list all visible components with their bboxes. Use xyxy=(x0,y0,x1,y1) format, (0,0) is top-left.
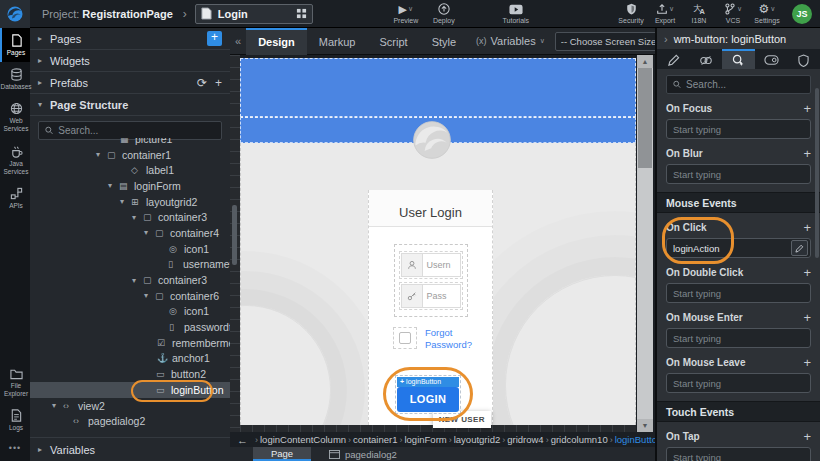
canvas-mode-tab[interactable]: Style xyxy=(420,28,468,55)
add-icon[interactable]: + xyxy=(803,355,811,370)
tab-markup[interactable] xyxy=(657,49,690,69)
variables-button[interactable]: (x) Variables ∨ xyxy=(476,35,545,47)
app-logo[interactable] xyxy=(0,0,30,28)
rail-item-logs[interactable]: Logs xyxy=(0,403,30,437)
event-input[interactable] xyxy=(673,333,808,344)
structure-search-input[interactable] xyxy=(58,125,215,136)
login-card[interactable]: User Login Usern xyxy=(368,190,493,425)
tree-item[interactable]: ▾ ‹› view2 xyxy=(30,398,230,414)
forgot-password-link[interactable]: Forgot Password? xyxy=(425,327,471,351)
username-input[interactable]: Usern xyxy=(423,253,461,277)
event-input-box[interactable] xyxy=(666,119,811,139)
tree-item[interactable]: ▾ ⊞ layoutgrid2 xyxy=(30,194,230,210)
section-prefabs[interactable]: ▸ Prefabs ⟳ + xyxy=(30,72,230,94)
rail-item-apis[interactable]: APIs xyxy=(0,181,30,215)
tutorials-button[interactable]: Tutorials xyxy=(501,3,531,24)
tree-item[interactable]: ▾ ▢ container1 xyxy=(30,147,230,163)
rail-item-java-services[interactable]: Java Services xyxy=(0,139,30,181)
password-row[interactable]: Pass xyxy=(399,282,463,310)
event-input-box[interactable] xyxy=(666,238,811,258)
add-icon[interactable]: + xyxy=(803,220,811,235)
tree-item[interactable]: ▾ ☑ remembermecheck xyxy=(30,335,230,351)
event-input[interactable] xyxy=(673,124,808,135)
tree-item[interactable]: ▾ ▢ container3 xyxy=(30,209,230,225)
password-input[interactable]: Pass xyxy=(423,284,461,308)
events-search-input[interactable] xyxy=(686,79,804,90)
edit-icon[interactable] xyxy=(791,240,808,256)
refresh-icon[interactable]: ⟳ xyxy=(197,76,207,90)
tab-events[interactable] xyxy=(722,49,755,69)
section-page-structure[interactable]: ▾ Page Structure xyxy=(30,94,230,116)
breadcrumb-item[interactable]: gridrow4 xyxy=(507,434,543,445)
user-avatar[interactable]: JS xyxy=(792,4,812,24)
event-input-box[interactable] xyxy=(666,164,811,184)
rail-item-pages[interactable]: Pages xyxy=(0,28,30,62)
chevron-down-icon[interactable]: ▾ xyxy=(132,213,143,222)
tree-item[interactable]: ▾ ▦ picture1 xyxy=(30,138,230,147)
tree-item[interactable]: ▾ ▢ container6 xyxy=(30,288,230,304)
chevron-down-icon[interactable]: ▾ xyxy=(132,276,143,285)
tree-item[interactable]: ▾ ▯ passwordtext xyxy=(30,319,230,335)
chevron-down-icon[interactable]: ▾ xyxy=(120,197,131,206)
page-preview[interactable]: User Login Usern xyxy=(240,58,636,425)
tab-page[interactable]: Page xyxy=(253,447,311,461)
tab-security[interactable] xyxy=(787,49,820,69)
login-button[interactable]: LOGIN xyxy=(397,387,459,412)
tree-item[interactable]: ▾ ▢ container4 xyxy=(30,225,230,241)
event-input[interactable] xyxy=(673,452,808,461)
add-icon[interactable]: + xyxy=(803,146,811,161)
section-pages[interactable]: ▸ Pages + xyxy=(30,28,230,50)
chevron-right-icon[interactable]: › xyxy=(664,33,668,45)
event-input-box[interactable] xyxy=(666,328,811,348)
rail-item-file-explorer[interactable]: File Explorer xyxy=(0,362,30,403)
tab-styles[interactable] xyxy=(690,49,723,69)
scroll-up-icon[interactable]: ▲ xyxy=(637,55,653,68)
username-row[interactable]: Usern xyxy=(399,251,463,279)
remember-me-checkbox[interactable] xyxy=(399,332,411,344)
open-page-tab[interactable]: Login xyxy=(195,4,313,24)
breadcrumb-item[interactable]: loginButton xyxy=(615,434,655,445)
add-page-button[interactable]: + xyxy=(207,31,222,46)
add-icon[interactable]: + xyxy=(803,101,811,116)
add-icon[interactable]: + xyxy=(803,429,811,444)
rail-item-web-services[interactable]: Web Services xyxy=(0,96,30,138)
security-button[interactable]: Security xyxy=(616,3,646,24)
breadcrumb-item[interactable]: container1 xyxy=(353,434,397,445)
rail-item-databases[interactable]: Databases xyxy=(0,62,30,96)
preview-button[interactable]: ▶∨ Preview xyxy=(391,3,421,24)
add-icon[interactable]: + xyxy=(803,265,811,280)
chevron-down-icon[interactable]: ▾ xyxy=(144,228,155,237)
canvas-left-scrollbar[interactable] xyxy=(232,205,237,265)
selection-tag[interactable]: +loginButton xyxy=(397,377,459,387)
breadcrumb-item[interactable]: gridcolumn10 xyxy=(551,434,608,445)
scrollbar-thumb[interactable] xyxy=(638,68,652,168)
event-input[interactable] xyxy=(673,243,791,254)
i18n-button[interactable]: 大 A I18N xyxy=(684,3,714,24)
settings-button[interactable]: ⚙∨ Settings xyxy=(752,3,782,24)
tree-item[interactable]: ▾ ‹› pagedialog2 xyxy=(30,413,230,429)
add-icon[interactable]: + xyxy=(803,310,811,325)
header-container-1[interactable] xyxy=(240,58,636,117)
collapse-left-icon[interactable]: « xyxy=(230,35,246,47)
chevron-down-icon[interactable]: ▾ xyxy=(96,150,107,159)
tree-item[interactable]: ▾ ▭ button2 xyxy=(30,366,230,382)
breadcrumb-item[interactable]: loginForm xyxy=(404,434,446,445)
canvas-mode-tab[interactable]: Script xyxy=(368,28,420,55)
breadcrumb-item[interactable]: layoutgrid2 xyxy=(454,434,500,445)
vcs-button[interactable]: ∨ VCS xyxy=(718,3,748,24)
chevron-down-icon[interactable]: ▾ xyxy=(52,401,63,410)
tree-item[interactable]: ▾ ◇ label1 xyxy=(30,162,230,178)
add-prefab-button[interactable]: + xyxy=(215,76,222,90)
tree-item[interactable]: ▾ ⚓ anchor1 xyxy=(30,351,230,367)
grid-menu-icon[interactable] xyxy=(296,8,307,19)
tree-item[interactable]: ▾ ▢ container3 xyxy=(30,272,230,288)
tree-item[interactable]: ▾ ▤ loginForm xyxy=(30,178,230,194)
event-input-box[interactable] xyxy=(666,283,811,303)
tab-device[interactable] xyxy=(755,49,788,69)
tab-pagedialog2[interactable]: pagedialog2 xyxy=(329,447,397,461)
export-button[interactable]: ∨ Export xyxy=(650,3,680,24)
event-input-box[interactable] xyxy=(666,373,811,393)
event-input[interactable] xyxy=(673,378,808,389)
canvas-mode-tab[interactable]: Markup xyxy=(307,28,368,55)
tree-item[interactable]: ▾ ◎ icon1 xyxy=(30,241,230,257)
